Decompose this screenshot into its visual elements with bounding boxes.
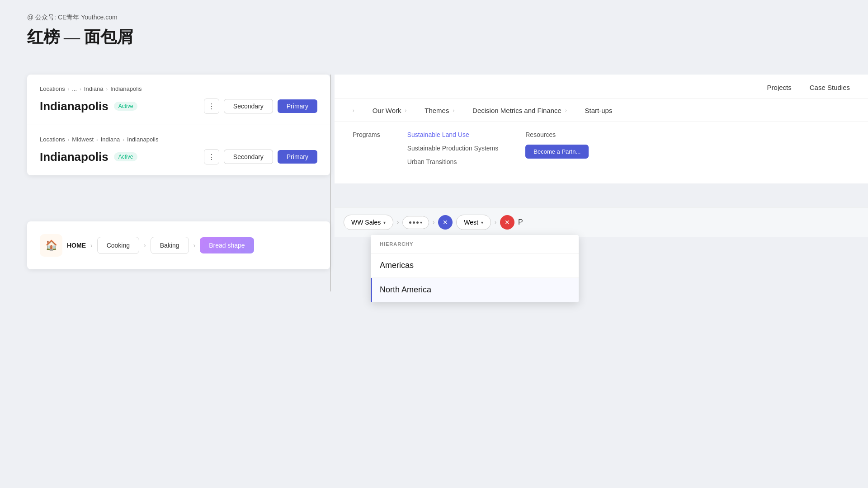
nav-link-projects[interactable]: Projects	[767, 84, 792, 91]
more-options-button-1[interactable]: ⋮	[204, 99, 219, 114]
hierarchy-panel: HIERARCHY Americas North America	[371, 235, 579, 302]
primary-button-2[interactable]: Primary	[278, 150, 317, 164]
nav-sub-resources[interactable]: Resources	[525, 131, 589, 138]
card-actions-2: ⋮ Secondary Primary	[204, 149, 317, 164]
nav-decision-label: Decision Metrics and Finance	[472, 107, 561, 114]
ww-west-button[interactable]: West ▾	[456, 215, 491, 230]
badge-active-1: Active	[114, 102, 138, 111]
ww-arrow-2: ›	[433, 219, 434, 225]
breadcrumb-sep: ›	[68, 137, 70, 142]
west-dropdown-icon: ▾	[481, 220, 483, 225]
breadcrumb-item-indiana-1[interactable]: Indiana	[84, 85, 104, 92]
breadcrumb-2: Locations › Midwest › Indiana › Indianap…	[40, 136, 317, 143]
breadcrumb-arrow-3: ›	[193, 242, 196, 249]
dropdown-icon: ▾	[383, 220, 386, 225]
home-label: HOME	[67, 242, 86, 249]
breadcrumb-item-indianapolis-2[interactable]: Indianapolis	[127, 136, 158, 143]
breadcrumb-bread-shape[interactable]: Bread shape	[200, 237, 254, 253]
ww-close2-button[interactable]: ✕	[500, 215, 514, 230]
breadcrumb-sep: ›	[80, 86, 81, 92]
nav-sub-col-1: Programs	[353, 131, 380, 165]
breadcrumb-nav: 🏠 HOME › Cooking › Baking › Bread shape	[40, 234, 317, 257]
breadcrumb-arrow-1: ›	[90, 242, 93, 249]
chevron-icon-our-work: ›	[405, 108, 407, 113]
breadcrumb-item-locations-2[interactable]: Locations	[40, 136, 65, 143]
dot-3	[416, 221, 419, 224]
secondary-button-2[interactable]: Secondary	[224, 150, 273, 164]
breadcrumb-arrow-2: ›	[144, 242, 146, 249]
nav-startups-label: Start-ups	[585, 107, 613, 114]
nav-item-decision[interactable]: Decision Metrics and Finance ›	[463, 99, 576, 122]
card-title-row-1: Indianapolis Active ⋮ Secondary Primary	[40, 99, 317, 114]
nav-item-chevron[interactable]: ›	[344, 99, 363, 122]
breadcrumb-item-ellipsis-1[interactable]: ...	[72, 85, 77, 92]
card-title-2: Indianapolis	[40, 150, 108, 164]
nav-sub-col-2: Sustainable Land Use Sustainable Product…	[407, 131, 499, 165]
hierarchy-header: HIERARCHY	[371, 235, 579, 253]
secondary-button-1[interactable]: Secondary	[224, 99, 273, 113]
ww-arrow-3: ›	[495, 219, 496, 225]
nav-sub-sustainable-prod[interactable]: Sustainable Production Systems	[407, 145, 499, 152]
ww-arrow-1: ›	[397, 219, 399, 225]
card-title-left-2: Indianapolis Active	[40, 150, 137, 164]
bottom-breadcrumb-panel: 🏠 HOME › Cooking › Baking › Bread shape	[27, 221, 330, 269]
card-title-left-1: Indianapolis Active	[40, 99, 137, 113]
hierarchy-item-north-america[interactable]: North America	[371, 278, 579, 302]
breadcrumb-item-locations-1[interactable]: Locations	[40, 85, 65, 92]
nav-sub-urban[interactable]: Urban Transitions	[407, 158, 499, 165]
home-button[interactable]: 🏠	[40, 234, 62, 257]
page-title: 红榜 — 面包屑	[27, 26, 133, 48]
breadcrumb-sep: ›	[106, 86, 108, 92]
breadcrumb-1: Locations › ... › Indiana › Indianapolis	[40, 85, 317, 92]
card-actions-1: ⋮ Secondary Primary	[204, 99, 317, 114]
nav-sub-col-3: Resources Become a Partn...	[525, 131, 589, 165]
vertical-divider	[330, 75, 331, 291]
dot-1	[409, 221, 411, 224]
dot-2	[413, 221, 415, 224]
home-icon: 🏠	[45, 239, 57, 251]
nav-sub-programs[interactable]: Programs	[353, 131, 380, 138]
nav-main-row: › Our Work › Themes › Decision Metrics a…	[335, 99, 868, 122]
breadcrumb-sep: ›	[123, 137, 124, 142]
become-partner-button[interactable]: Become a Partn...	[525, 145, 589, 159]
breadcrumb-sep: ›	[68, 86, 70, 92]
header-meta: @ 公众号: CE青年 Youthce.com	[27, 14, 133, 22]
card-title-row-2: Indianapolis Active ⋮ Secondary Primary	[40, 149, 317, 164]
more-options-button-2[interactable]: ⋮	[204, 149, 219, 164]
dots-dropdown-icon: ▾	[420, 220, 422, 225]
ww-sales-panel: WW Sales ▾ › ▾ › ✕ West ▾ › ✕ P	[335, 207, 868, 237]
ww-p-label: P	[518, 218, 523, 226]
hierarchy-item-americas[interactable]: Americas	[371, 253, 579, 278]
card-row-1: Locations › ... › Indiana › Indianapolis…	[27, 75, 330, 125]
breadcrumb-item-midwest-2[interactable]: Midwest	[72, 136, 94, 143]
ww-close-button[interactable]: ✕	[438, 215, 453, 230]
ww-dots-button[interactable]: ▾	[402, 216, 429, 229]
nav-item-startups[interactable]: Start-ups	[576, 99, 622, 122]
breadcrumb-item-indiana-2[interactable]: Indiana	[101, 136, 120, 143]
card-panel-1: Locations › ... › Indiana › Indianapolis…	[27, 75, 330, 175]
breadcrumb-baking[interactable]: Baking	[151, 237, 189, 254]
nav-sub-sustainable-land[interactable]: Sustainable Land Use	[407, 131, 499, 138]
card-row-2: Locations › Midwest › Indiana › Indianap…	[27, 125, 330, 175]
nav-our-work-label: Our Work	[373, 107, 401, 114]
primary-button-1[interactable]: Primary	[278, 99, 317, 113]
ww-sales-button[interactable]: WW Sales ▾	[344, 215, 393, 230]
nav-link-case-studies[interactable]: Case Studies	[810, 84, 850, 91]
breadcrumb-sep: ›	[96, 137, 98, 142]
left-chevron-icon: ›	[353, 108, 354, 113]
breadcrumb-item-indianapolis-1[interactable]: Indianapolis	[110, 85, 142, 92]
nav-item-themes[interactable]: Themes ›	[415, 99, 463, 122]
nav-item-our-work[interactable]: Our Work ›	[363, 99, 416, 122]
breadcrumb-cooking[interactable]: Cooking	[97, 237, 139, 254]
nav-themes-label: Themes	[425, 107, 449, 114]
card-title-1: Indianapolis	[40, 99, 108, 113]
chevron-icon-decision: ›	[565, 108, 567, 113]
nav-sub-row: Programs Sustainable Land Use Sustainabl…	[335, 122, 868, 174]
chevron-icon-themes: ›	[453, 108, 454, 113]
ww-sales-label: WW Sales	[351, 219, 381, 226]
ww-west-label: West	[464, 219, 478, 226]
nav-top-links: Projects Case Studies	[335, 84, 868, 99]
nav-panel: Projects Case Studies › Our Work › Theme…	[335, 75, 868, 183]
badge-active-2: Active	[114, 152, 138, 161]
